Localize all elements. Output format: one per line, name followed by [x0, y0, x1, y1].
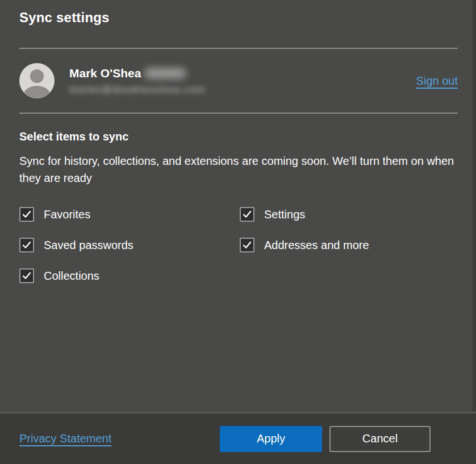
checkmark-icon	[242, 240, 252, 250]
checkbox-favorites[interactable]: Favorites	[19, 207, 240, 238]
footer-buttons: Apply Cancel	[220, 426, 431, 452]
checkbox-checked-icon[interactable]	[19, 238, 34, 252]
checkmark-icon	[22, 209, 32, 219]
account-name: Mark O'Shea	[69, 67, 141, 80]
checkmark-icon	[22, 240, 32, 250]
checkbox-saved-passwords[interactable]: Saved passwords	[19, 238, 240, 268]
section-description: Sync for history, collections, and exten…	[19, 152, 461, 187]
checkbox-label: Addresses and more	[264, 238, 369, 252]
checkbox-settings[interactable]: Settings	[240, 207, 369, 238]
redacted-name-blur	[144, 68, 186, 78]
checkmark-icon	[242, 209, 252, 219]
checkbox-label: Saved passwords	[44, 238, 133, 252]
account-row: Mark O'Shea marko@doubleoshea.com Sign o…	[19, 63, 458, 98]
checkbox-label: Settings	[264, 207, 305, 222]
checkmark-icon	[22, 271, 32, 281]
person-icon	[19, 63, 55, 98]
page-title: Sync settings	[19, 10, 110, 26]
header-divider	[19, 48, 458, 49]
right-edge-shade	[473, 0, 476, 411]
account-divider	[19, 113, 458, 114]
checkbox-label: Favorites	[44, 207, 90, 222]
avatar	[19, 63, 55, 98]
sync-items-grid: Favorites Saved passwords Collections Se…	[19, 207, 369, 299]
checkbox-checked-icon[interactable]	[240, 238, 254, 252]
apply-button[interactable]: Apply	[220, 426, 322, 452]
sync-settings-dialog: Sync settings Mark O'Shea marko@doubleos…	[0, 0, 476, 464]
privacy-statement-link[interactable]: Privacy Statement	[19, 432, 111, 445]
checkbox-addresses-and-more[interactable]: Addresses and more	[240, 238, 369, 268]
checkbox-checked-icon[interactable]	[19, 268, 34, 283]
checkbox-checked-icon[interactable]	[19, 207, 34, 222]
sign-out-link[interactable]: Sign out	[416, 74, 458, 88]
checkbox-checked-icon[interactable]	[240, 207, 254, 222]
cancel-button[interactable]: Cancel	[329, 426, 431, 452]
footer-bar: Privacy Statement Apply Cancel	[0, 412, 476, 464]
section-heading: Select items to sync	[19, 130, 128, 143]
account-email-redacted: marko@doubleoshea.com	[69, 84, 206, 96]
checkbox-collections[interactable]: Collections	[19, 268, 240, 299]
account-info: Mark O'Shea marko@doubleoshea.com	[69, 67, 206, 96]
checkbox-label: Collections	[44, 268, 99, 283]
